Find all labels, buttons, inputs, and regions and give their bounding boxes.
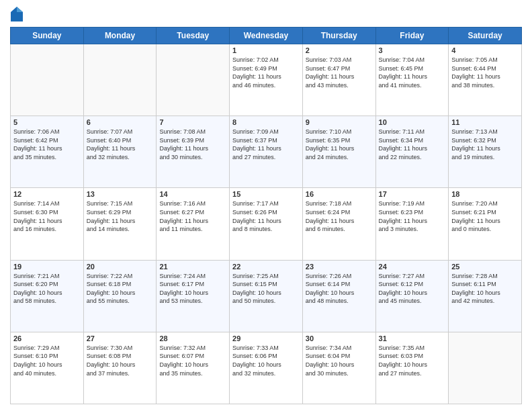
day-info: Sunrise: 7:24 AM Sunset: 6:17 PM Dayligh… [159,272,226,306]
table-row: 23Sunrise: 7:26 AM Sunset: 6:14 PM Dayli… [302,260,375,332]
day-info: Sunrise: 7:29 AM Sunset: 6:10 PM Dayligh… [13,344,81,377]
table-row: 25Sunrise: 7:28 AM Sunset: 6:11 PM Dayli… [449,260,522,332]
col-monday: Monday [83,28,157,44]
day-info: Sunrise: 7:35 AM Sunset: 6:03 PM Dayligh… [379,344,446,377]
table-row: 21Sunrise: 7:24 AM Sunset: 6:17 PM Dayli… [157,260,230,332]
day-info: Sunrise: 7:34 AM Sunset: 6:04 PM Dayligh… [306,344,373,377]
table-row: 11Sunrise: 7:13 AM Sunset: 6:32 PM Dayli… [449,116,522,188]
table-row: 30Sunrise: 7:34 AM Sunset: 6:04 PM Dayli… [302,332,375,404]
day-number: 14 [159,190,226,198]
day-number: 30 [306,334,373,342]
col-wednesday: Wednesday [230,28,303,44]
day-info: Sunrise: 7:02 AM Sunset: 6:49 PM Dayligh… [232,56,300,89]
col-thursday: Thursday [302,28,375,44]
day-info: Sunrise: 7:26 AM Sunset: 6:14 PM Dayligh… [306,272,373,306]
day-info: Sunrise: 7:11 AM Sunset: 6:34 PM Dayligh… [379,128,446,161]
day-number: 12 [13,190,81,198]
day-info: Sunrise: 7:21 AM Sunset: 6:20 PM Dayligh… [13,272,81,306]
table-row [449,332,522,404]
day-number: 4 [451,46,519,54]
table-row: 20Sunrise: 7:22 AM Sunset: 6:18 PM Dayli… [83,260,157,332]
day-number: 11 [451,118,519,126]
table-row: 22Sunrise: 7:25 AM Sunset: 6:15 PM Dayli… [230,260,303,332]
day-info: Sunrise: 7:33 AM Sunset: 6:06 PM Dayligh… [232,344,300,377]
table-row [11,44,84,116]
day-number: 18 [451,190,519,198]
table-row: 7Sunrise: 7:08 AM Sunset: 6:39 PM Daylig… [157,116,230,188]
day-info: Sunrise: 7:09 AM Sunset: 6:37 PM Dayligh… [232,128,300,161]
day-info: Sunrise: 7:17 AM Sunset: 6:26 PM Dayligh… [232,199,300,233]
day-number: 20 [87,263,154,271]
table-row: 19Sunrise: 7:21 AM Sunset: 6:20 PM Dayli… [11,260,84,332]
day-number: 31 [379,334,446,342]
day-number: 7 [159,118,226,126]
col-friday: Friday [375,28,449,44]
day-info: Sunrise: 7:03 AM Sunset: 6:47 PM Dayligh… [306,56,373,89]
table-row: 13Sunrise: 7:15 AM Sunset: 6:29 PM Dayli… [83,188,157,260]
col-tuesday: Tuesday [157,28,230,44]
table-row: 26Sunrise: 7:29 AM Sunset: 6:10 PM Dayli… [11,332,84,404]
day-number: 29 [232,334,300,342]
day-number: 9 [306,118,373,126]
day-info: Sunrise: 7:19 AM Sunset: 6:23 PM Dayligh… [379,199,446,233]
logo-icon [11,7,23,21]
col-sunday: Sunday [11,28,84,44]
day-number: 21 [159,263,226,271]
table-row: 3Sunrise: 7:04 AM Sunset: 6:45 PM Daylig… [375,44,449,116]
table-row: 31Sunrise: 7:35 AM Sunset: 6:03 PM Dayli… [375,332,449,404]
calendar-header-row: Sunday Monday Tuesday Wednesday Thursday… [11,28,522,44]
day-info: Sunrise: 7:16 AM Sunset: 6:27 PM Dayligh… [159,199,226,233]
table-row: 14Sunrise: 7:16 AM Sunset: 6:27 PM Dayli… [157,188,230,260]
day-info: Sunrise: 7:28 AM Sunset: 6:11 PM Dayligh… [451,272,519,306]
day-info: Sunrise: 7:18 AM Sunset: 6:24 PM Dayligh… [306,199,373,233]
day-info: Sunrise: 7:27 AM Sunset: 6:12 PM Dayligh… [379,272,446,306]
day-number: 16 [306,190,373,198]
table-row: 6Sunrise: 7:07 AM Sunset: 6:40 PM Daylig… [83,116,157,188]
table-row: 17Sunrise: 7:19 AM Sunset: 6:23 PM Dayli… [375,188,449,260]
day-info: Sunrise: 7:14 AM Sunset: 6:30 PM Dayligh… [13,199,81,233]
day-number: 3 [379,46,446,54]
table-row: 5Sunrise: 7:06 AM Sunset: 6:42 PM Daylig… [11,116,84,188]
table-row [83,44,157,116]
day-number: 22 [232,263,300,271]
table-row: 2Sunrise: 7:03 AM Sunset: 6:47 PM Daylig… [302,44,375,116]
day-number: 27 [87,334,154,342]
header [10,7,522,21]
day-number: 28 [159,334,226,342]
day-number: 15 [232,190,300,198]
logo [10,7,24,21]
table-row: 24Sunrise: 7:27 AM Sunset: 6:12 PM Dayli… [375,260,449,332]
table-row: 4Sunrise: 7:05 AM Sunset: 6:44 PM Daylig… [449,44,522,116]
day-number: 17 [379,190,446,198]
table-row: 15Sunrise: 7:17 AM Sunset: 6:26 PM Dayli… [230,188,303,260]
day-info: Sunrise: 7:08 AM Sunset: 6:39 PM Dayligh… [159,128,226,161]
table-row [157,44,230,116]
day-number: 8 [232,118,300,126]
day-number: 24 [379,263,446,271]
table-row: 1Sunrise: 7:02 AM Sunset: 6:49 PM Daylig… [230,44,303,116]
table-row: 12Sunrise: 7:14 AM Sunset: 6:30 PM Dayli… [11,188,84,260]
table-row: 27Sunrise: 7:30 AM Sunset: 6:08 PM Dayli… [83,332,157,404]
day-number: 10 [379,118,446,126]
day-info: Sunrise: 7:04 AM Sunset: 6:45 PM Dayligh… [379,56,446,89]
day-number: 25 [451,263,519,271]
table-row: 18Sunrise: 7:20 AM Sunset: 6:21 PM Dayli… [449,188,522,260]
day-number: 2 [306,46,373,54]
table-row: 9Sunrise: 7:10 AM Sunset: 6:35 PM Daylig… [302,116,375,188]
day-info: Sunrise: 7:13 AM Sunset: 6:32 PM Dayligh… [451,128,519,161]
day-info: Sunrise: 7:06 AM Sunset: 6:42 PM Dayligh… [13,128,81,161]
day-info: Sunrise: 7:22 AM Sunset: 6:18 PM Dayligh… [87,272,154,306]
day-info: Sunrise: 7:10 AM Sunset: 6:35 PM Dayligh… [306,128,373,161]
page: Sunday Monday Tuesday Wednesday Thursday… [0,0,532,411]
day-info: Sunrise: 7:32 AM Sunset: 6:07 PM Dayligh… [159,344,226,377]
svg-marker-1 [17,7,23,12]
day-info: Sunrise: 7:20 AM Sunset: 6:21 PM Dayligh… [451,199,519,233]
day-number: 6 [87,118,154,126]
table-row: 10Sunrise: 7:11 AM Sunset: 6:34 PM Dayli… [375,116,449,188]
day-number: 1 [232,46,300,54]
day-info: Sunrise: 7:25 AM Sunset: 6:15 PM Dayligh… [232,272,300,306]
day-number: 23 [306,263,373,271]
calendar-table: Sunday Monday Tuesday Wednesday Thursday… [10,27,522,404]
day-number: 26 [13,334,81,342]
day-number: 13 [87,190,154,198]
